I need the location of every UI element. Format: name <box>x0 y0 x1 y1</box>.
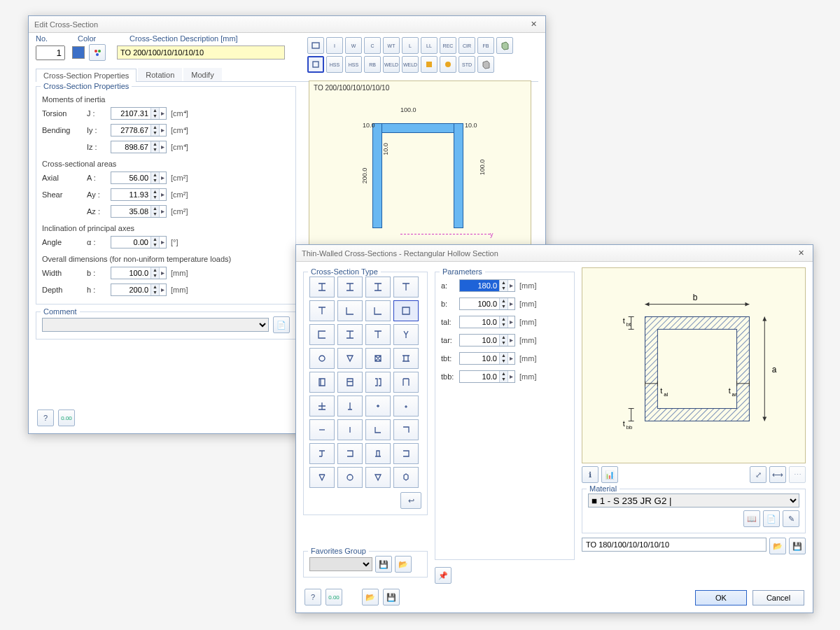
width-input[interactable]: ▲▼▸ <box>111 267 167 279</box>
type-cell-3-1[interactable] <box>337 348 363 369</box>
iz-input[interactable]: ▲▼▸ <box>111 141 167 153</box>
tool-library[interactable] <box>307 37 324 54</box>
tab-rotation[interactable]: Rotation <box>138 68 182 81</box>
fav-open-icon[interactable]: 📂 <box>395 556 412 573</box>
ok-button[interactable]: OK <box>695 590 747 606</box>
iy-input[interactable]: ▲▼▸ <box>111 124 167 136</box>
type-cell-6-1[interactable] <box>337 419 363 440</box>
tool-ll[interactable]: LL <box>421 37 438 54</box>
depth-input[interactable]: ▲▼▸ <box>111 284 167 296</box>
type-cell-2-3[interactable] <box>393 324 419 345</box>
type-cell-0-3[interactable] <box>393 276 419 298</box>
tool-thinwalled[interactable] <box>307 56 324 73</box>
type-cell-7-1[interactable] <box>337 443 363 464</box>
tool-rec-s[interactable] <box>421 56 438 73</box>
info-icon[interactable]: ℹ <box>582 466 598 483</box>
j-input[interactable]: ▲▼▸ <box>111 107 167 120</box>
comment-save-icon[interactable]: 📄 <box>273 316 290 333</box>
tool-wt[interactable]: WT <box>383 37 400 54</box>
help-icon[interactable]: ? <box>37 410 54 426</box>
fav-save-icon[interactable]: 💾 <box>375 556 392 573</box>
values-icon[interactable]: ⋯ <box>789 466 806 483</box>
param-input-5[interactable]: ▲▼▸ <box>459 370 515 383</box>
type-cell-5-1[interactable] <box>337 396 363 416</box>
dimension-icon[interactable]: ⟷ <box>769 466 786 483</box>
type-cell-2-1[interactable] <box>337 324 363 345</box>
name-save-icon[interactable]: 💾 <box>789 538 806 554</box>
type-cell-1-0[interactable] <box>309 300 335 321</box>
tool-hss-r[interactable]: HSS <box>326 56 343 73</box>
type-cell-4-3[interactable] <box>393 372 419 393</box>
tool-i[interactable]: I <box>326 37 343 54</box>
type-cell-4-1[interactable] <box>337 372 363 393</box>
type-cell-8-3[interactable] <box>393 467 419 488</box>
ay-input[interactable]: ▲▼▸ <box>111 188 167 201</box>
material-select[interactable]: ■ 1 - S 235 JR G2 | <box>588 493 799 507</box>
param-input-3[interactable]: ▲▼▸ <box>459 334 515 346</box>
az-input[interactable]: ▲▼▸ <box>111 205 167 218</box>
type-reset-icon[interactable]: ↩ <box>400 492 421 509</box>
type-cell-5-3[interactable] <box>393 396 419 416</box>
type-cell-6-0[interactable] <box>309 419 335 440</box>
type-cell-8-2[interactable] <box>365 467 391 488</box>
type-cell-8-1[interactable] <box>337 467 363 488</box>
type-cell-4-2[interactable] <box>365 372 391 393</box>
param-input-1[interactable]: ▲▼▸ <box>459 298 515 310</box>
tool-hss-c[interactable]: HSS <box>345 56 362 73</box>
mat-edit-icon[interactable]: ✎ <box>783 510 799 527</box>
tool-fb[interactable]: FB <box>477 37 494 54</box>
type-cell-0-2[interactable] <box>365 276 391 298</box>
tool-rb[interactable]: RB <box>364 56 381 73</box>
favorites-select[interactable] <box>309 557 372 571</box>
type-cell-0-1[interactable] <box>337 276 363 298</box>
tab-properties[interactable]: Cross-Section Properties <box>36 69 136 82</box>
type-cell-2-2[interactable] <box>365 324 391 345</box>
tool-cir-s[interactable] <box>440 56 456 73</box>
tool-w[interactable]: W <box>345 37 362 54</box>
type-cell-7-3[interactable] <box>393 443 419 464</box>
close-icon[interactable]: ✕ <box>527 20 540 29</box>
type-cell-6-3[interactable] <box>393 419 419 440</box>
cancel-button[interactable]: Cancel <box>752 590 804 606</box>
open-icon[interactable]: 📂 <box>362 589 379 606</box>
type-cell-3-0[interactable] <box>309 348 335 369</box>
tool-cir[interactable]: CIR <box>458 37 475 54</box>
tool-rec[interactable]: REC <box>440 37 456 54</box>
type-cell-1-3[interactable] <box>393 300 419 321</box>
type-cell-8-0[interactable] <box>309 467 335 488</box>
param-input-2[interactable]: ▲▼▸ <box>459 316 515 328</box>
close-icon-2[interactable]: ✕ <box>794 248 807 258</box>
color-swatch[interactable] <box>72 46 85 59</box>
type-cell-7-0[interactable] <box>309 443 335 464</box>
type-cell-5-0[interactable] <box>309 396 335 416</box>
pin-icon[interactable]: 📌 <box>435 567 451 584</box>
tool-weld-2[interactable]: WELD <box>402 56 419 73</box>
type-cell-1-2[interactable] <box>365 300 391 321</box>
tool-3d-1[interactable] <box>496 37 513 54</box>
number-input[interactable] <box>36 46 65 60</box>
tool-weld-1[interactable]: WELD <box>383 56 400 73</box>
name-open-icon[interactable]: 📂 <box>769 538 786 554</box>
type-cell-2-0[interactable] <box>309 324 335 345</box>
mat-new-icon[interactable]: 📄 <box>763 510 780 527</box>
type-cell-0-0[interactable] <box>309 276 335 298</box>
tool-std[interactable]: STD <box>458 56 475 73</box>
output-name-input[interactable] <box>582 538 766 552</box>
mat-library-icon[interactable]: 📖 <box>743 510 760 527</box>
type-cell-5-2[interactable] <box>365 396 391 416</box>
type-cell-4-0[interactable] <box>309 372 335 393</box>
description-input[interactable] <box>117 46 285 59</box>
tool-c[interactable]: C <box>364 37 381 54</box>
alpha-input[interactable]: ▲▼▸ <box>111 236 167 248</box>
tab-modify[interactable]: Modify <box>183 68 221 81</box>
help-icon-2[interactable]: ? <box>304 589 321 606</box>
comment-select[interactable] <box>42 318 269 332</box>
stress-icon[interactable]: 📊 <box>601 466 618 483</box>
type-cell-3-2[interactable] <box>365 348 391 369</box>
type-cell-1-1[interactable] <box>337 300 363 321</box>
save-icon[interactable]: 💾 <box>383 589 400 606</box>
tool-l[interactable]: L <box>402 37 419 54</box>
a-input[interactable]: ▲▼▸ <box>111 172 167 184</box>
param-input-0[interactable]: ▲▼▸ <box>459 279 515 292</box>
type-cell-3-3[interactable] <box>393 348 419 369</box>
